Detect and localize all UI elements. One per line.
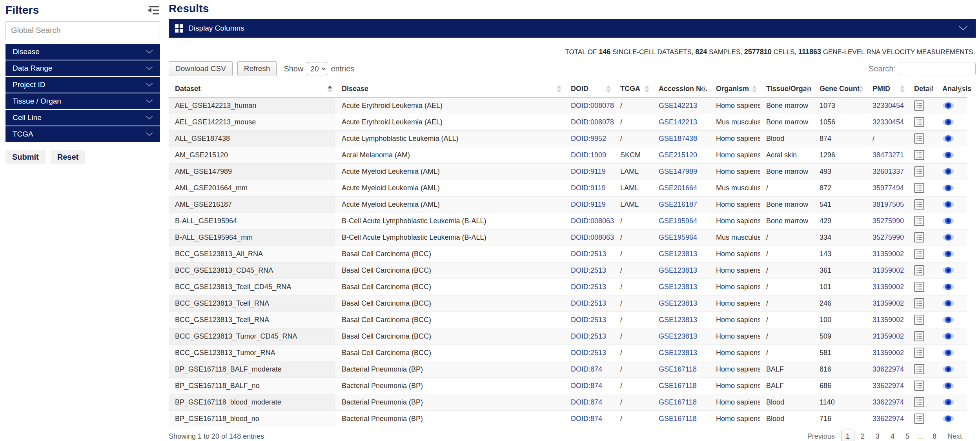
column-header-pmid[interactable]: PMID xyxy=(866,81,908,97)
collapse-sidebar-icon[interactable] xyxy=(146,5,160,16)
analysis-eye-button[interactable] xyxy=(942,299,954,308)
analysis-eye-button[interactable] xyxy=(942,282,954,291)
analysis-eye-button[interactable] xyxy=(942,101,954,110)
doid-link[interactable]: DOID:2513 xyxy=(571,283,606,291)
pagination-previous[interactable]: Previous xyxy=(803,430,840,441)
accession-link[interactable]: GSE123813 xyxy=(659,266,697,274)
pmid-link[interactable]: 32330454 xyxy=(873,102,904,109)
analysis-eye-button[interactable] xyxy=(942,217,954,225)
submit-button[interactable]: Submit xyxy=(5,150,46,164)
pmid-link[interactable]: 31359002 xyxy=(873,316,904,324)
analysis-eye-button[interactable] xyxy=(942,398,954,406)
pagination-page-5[interactable]: 5 xyxy=(901,430,914,441)
filter-accordion-project-id[interactable]: Project ID xyxy=(5,77,160,93)
pmid-link[interactable]: 32601337 xyxy=(873,168,904,175)
doid-link[interactable]: DOID:2513 xyxy=(571,316,606,324)
analysis-eye-button[interactable] xyxy=(942,151,954,159)
detail-button[interactable] xyxy=(914,380,924,392)
analysis-eye-button[interactable] xyxy=(942,332,954,341)
filter-accordion-cell-line[interactable]: Cell Line xyxy=(5,110,160,126)
doid-link[interactable]: DOID:0080780 xyxy=(571,102,614,109)
detail-button[interactable] xyxy=(914,248,924,260)
analysis-eye-button[interactable] xyxy=(942,414,954,423)
doid-link[interactable]: DOID:9119 xyxy=(571,168,606,175)
doid-link[interactable]: DOID:0080780 xyxy=(571,118,614,126)
pmid-link[interactable]: 33622974 xyxy=(873,398,904,406)
doid-link[interactable]: DOID:2513 xyxy=(571,332,606,340)
filter-accordion-tcga[interactable]: TCGA xyxy=(5,126,160,142)
doid-link[interactable]: DOID:2513 xyxy=(571,266,606,274)
pagination-page-3[interactable]: 3 xyxy=(871,430,884,441)
analysis-eye-button[interactable] xyxy=(942,233,954,242)
accession-link[interactable]: GSE195964 xyxy=(659,233,697,241)
detail-button[interactable] xyxy=(914,281,924,293)
accession-link[interactable]: GSE123813 xyxy=(659,250,697,258)
detail-button[interactable] xyxy=(914,297,924,309)
filter-accordion-tissue-organ[interactable]: Tissue / Organ xyxy=(5,93,160,109)
column-header-tissue-organ[interactable]: Tissue/Organ xyxy=(760,81,813,97)
column-header-analysis[interactable]: Analysis xyxy=(936,81,967,97)
global-search-input[interactable] xyxy=(5,21,160,39)
pagination-page-2[interactable]: 2 xyxy=(856,430,869,441)
doid-link[interactable]: DOID:874 xyxy=(571,365,602,373)
accession-link[interactable]: GSE167118 xyxy=(659,365,697,373)
doid-link[interactable]: DOID:9119 xyxy=(571,184,606,192)
pmid-link[interactable]: 33622974 xyxy=(873,415,904,423)
doid-link[interactable]: DOID:874 xyxy=(571,398,602,406)
analysis-eye-button[interactable] xyxy=(942,118,954,126)
analysis-eye-button[interactable] xyxy=(942,250,954,258)
accession-link[interactable]: GSE195964 xyxy=(659,217,697,225)
pmid-link[interactable]: 33622974 xyxy=(873,365,904,373)
accession-link[interactable]: GSE216187 xyxy=(659,200,697,208)
pagination-page-4[interactable]: 4 xyxy=(886,430,899,441)
filter-accordion-disease[interactable]: Disease xyxy=(5,44,160,60)
pagination-page-8[interactable]: 8 xyxy=(928,430,941,441)
pagination-next[interactable]: Next xyxy=(943,430,967,441)
filter-accordion-data-range[interactable]: Data Range xyxy=(5,60,160,76)
doid-link[interactable]: DOID:0080638 xyxy=(571,217,614,225)
analysis-eye-button[interactable] xyxy=(942,348,954,357)
pmid-link[interactable]: 33622974 xyxy=(873,382,904,390)
detail-button[interactable] xyxy=(914,182,924,194)
column-header-organism[interactable]: Organism xyxy=(710,81,760,97)
column-header-detail[interactable]: Detail xyxy=(908,81,936,97)
doid-link[interactable]: DOID:874 xyxy=(571,415,602,423)
column-header-accession-no[interactable]: Accession No. xyxy=(652,81,710,97)
pmid-link[interactable]: 31359002 xyxy=(873,299,904,307)
accession-link[interactable]: GSE123813 xyxy=(659,299,697,307)
analysis-eye-button[interactable] xyxy=(942,365,954,374)
pagination-page-1[interactable]: 1 xyxy=(841,430,854,441)
analysis-eye-button[interactable] xyxy=(942,167,954,176)
pmid-link[interactable]: 35977494 xyxy=(873,184,904,192)
column-header-dataset[interactable]: Dataset xyxy=(169,81,335,97)
download-csv-button[interactable]: Download CSV xyxy=(169,61,233,76)
doid-link[interactable]: DOID:1909 xyxy=(571,151,606,159)
detail-button[interactable] xyxy=(914,314,924,326)
pmid-link[interactable]: 35275990 xyxy=(873,217,904,225)
table-search-input[interactable] xyxy=(899,62,976,75)
detail-button[interactable] xyxy=(914,133,924,144)
accession-link[interactable]: GSE142213 xyxy=(659,102,697,109)
analysis-eye-button[interactable] xyxy=(942,200,954,209)
accession-link[interactable]: GSE187438 xyxy=(659,135,697,142)
accession-link[interactable]: GSE147989 xyxy=(659,168,697,175)
detail-button[interactable] xyxy=(914,116,924,128)
pmid-link[interactable]: 35275990 xyxy=(873,233,904,241)
display-columns-toggle[interactable]: Display Columns xyxy=(169,19,976,38)
analysis-eye-button[interactable] xyxy=(942,184,954,192)
analysis-eye-button[interactable] xyxy=(942,134,954,143)
pmid-link[interactable]: 31359002 xyxy=(873,283,904,291)
detail-button[interactable] xyxy=(914,166,924,177)
accession-link[interactable]: GSE167118 xyxy=(659,415,697,423)
column-header-tcga[interactable]: TCGA xyxy=(614,81,652,97)
doid-link[interactable]: DOID:2513 xyxy=(571,349,606,357)
accession-link[interactable]: GSE123813 xyxy=(659,349,697,357)
doid-link[interactable]: DOID:2513 xyxy=(571,299,606,307)
accession-link[interactable]: GSE123813 xyxy=(659,332,697,340)
column-header-gene-count[interactable]: Gene Count xyxy=(813,81,866,97)
pmid-link[interactable]: 38473271 xyxy=(873,151,904,159)
accession-link[interactable]: GSE123813 xyxy=(659,316,697,324)
detail-button[interactable] xyxy=(914,396,924,408)
pmid-link[interactable]: 31359002 xyxy=(873,332,904,340)
detail-button[interactable] xyxy=(914,413,924,425)
